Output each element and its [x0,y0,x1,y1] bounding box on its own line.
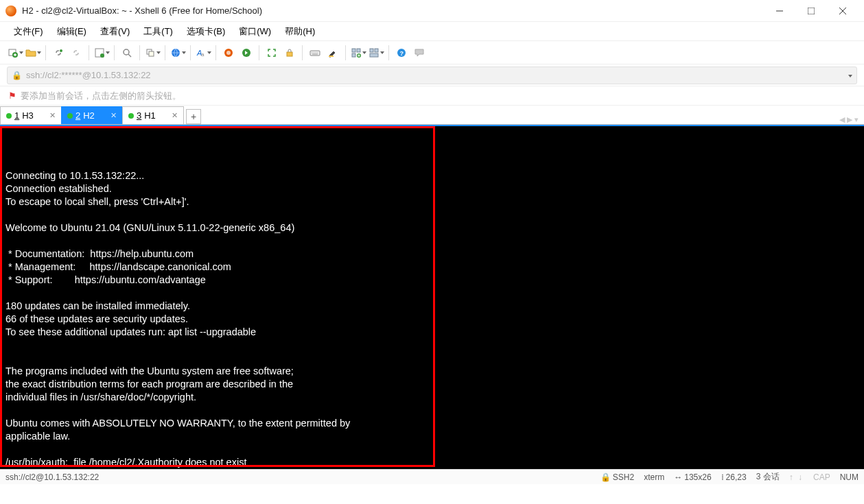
terminal-line: The programs included with the Ubuntu sy… [5,365,859,378]
app-icon [5,5,16,16]
menu-tabs[interactable]: 选项卡(B) [181,23,231,40]
terminal-line: Connection established. [5,182,859,195]
minimize-button[interactable] [764,0,795,22]
terminal-line: Welcome to Ubuntu 21.04 (GNU/Linux 5.11.… [5,221,859,235]
keyboard-icon[interactable] [307,45,323,61]
terminal-line [5,443,859,456]
status-cap: CAP [813,472,830,482]
highlight-icon[interactable] [325,45,341,61]
svg-point-6 [60,49,62,52]
address-dropdown-icon[interactable] [848,70,852,80]
terminal-line: individual files in /usr/share/doc/*/cop… [5,391,859,404]
tab-label: H2 [83,110,95,121]
menu-window[interactable]: 窗口(W) [233,23,277,40]
terminal-line: 66 of these updates are security updates… [5,313,859,326]
tile-add-icon[interactable] [350,45,366,61]
disconnect-icon[interactable] [68,45,84,61]
xshell-logo-icon[interactable] [220,45,237,61]
address-bar: 🔒 ssh://cl2:******@10.1.53.132:22 [0,64,864,86]
tab-close-icon[interactable]: ✕ [109,111,118,120]
toolbar: Aa ? [0,41,864,64]
window-title: H2 - cl2@cl2-VirtualBox: ~ - Xshell 6 (F… [22,5,764,16]
terminal-line [5,235,859,248]
svg-rect-19 [310,51,320,56]
svg-rect-25 [375,49,378,52]
tile-view-icon[interactable] [368,45,384,61]
lock-status-icon: 🔒 [600,472,611,482]
tab-num: 1 [14,110,19,121]
add-tab-button[interactable]: + [186,109,201,124]
address-text: ssh://cl2:******@10.1.53.132:22 [26,70,151,80]
fullscreen-icon[interactable] [264,45,280,61]
svg-rect-20 [352,49,355,52]
lock-icon[interactable] [281,45,298,61]
tab-num: 3 [137,110,141,121]
chat-icon[interactable] [411,45,428,61]
svg-rect-1 [808,8,815,14]
status-bar: ssh://cl2@10.1.53.132:22 🔒SSH2 xterm ↔ 1… [0,469,864,484]
lock-small-icon: 🔒 [12,71,22,80]
menu-edit[interactable]: 编辑(E) [51,23,92,40]
terminal-line [5,287,859,300]
size-icon: ↔ [674,472,682,482]
menu-file[interactable]: 文件(F) [8,23,49,40]
open-session-icon[interactable] [25,45,41,61]
status-pos: 26,23 [726,472,747,482]
terminal-line: applicable law. [5,430,859,443]
terminal-line: 180 updates can be installed immediately… [5,300,859,313]
maximize-button[interactable] [795,0,827,22]
menu-help[interactable]: 帮助(H) [279,23,320,40]
menu-tools[interactable]: 工具(T) [138,23,178,40]
tab-close-icon[interactable]: ✕ [170,111,179,120]
font-icon[interactable]: Aa [195,45,211,61]
svg-rect-18 [287,52,292,56]
svg-rect-11 [149,51,154,56]
tab-label: H3 [22,110,34,121]
svg-text:?: ? [400,50,404,57]
new-session-icon[interactable] [7,45,23,61]
terminal-line: To see these additional updates run: apt… [5,326,859,339]
svg-point-8 [100,53,104,58]
terminal-line: Connecting to 10.1.53.132:22... [5,169,859,182]
xftp-logo-icon[interactable] [238,45,255,61]
status-dot-icon [67,113,73,119]
svg-rect-22 [352,53,355,57]
tab-num: 2 [75,110,80,121]
status-dot-icon [6,113,12,119]
tab-h3[interactable]: 1 H3 ✕ [0,106,62,124]
tab-nav-arrows[interactable]: ◀ ▶ ▾ [839,115,859,124]
title-bar: H2 - cl2@cl2-VirtualBox: ~ - Xshell 6 (F… [0,0,864,22]
svg-rect-24 [370,49,373,52]
status-sessions: 3 会话 [756,471,780,483]
tab-h1[interactable]: 3 H1 ✕ [122,106,184,124]
terminal-line: Ubuntu comes with ABSOLUTELY NO WARRANTY… [5,417,859,430]
status-size: 135x26 [684,472,711,482]
tab-strip: 1 H3 ✕ 2 H2 ✕ 3 H1 ✕ + ◀ ▶ ▾ [0,106,864,125]
search-icon[interactable] [119,45,135,61]
status-connection: ssh://cl2@10.1.53.132:22 [5,472,591,482]
svg-rect-26 [370,53,378,57]
profile-icon[interactable] [93,45,110,61]
tab-h2[interactable]: 2 H2 ✕ [61,106,123,124]
transfer-arrows-icon: ↑ ↓ [789,472,804,482]
svg-rect-21 [357,49,360,52]
terminal-line: * Management: https://landscape.canonica… [5,261,859,274]
copy-icon[interactable] [144,45,161,61]
help-icon[interactable]: ? [393,45,410,61]
svg-text:a: a [201,51,205,58]
menu-view[interactable]: 查看(V) [95,23,135,40]
globe-icon[interactable] [170,45,186,61]
link-icon[interactable] [50,45,67,61]
terminal[interactable]: Connecting to 10.1.53.132:22...Connectio… [0,125,864,469]
pos-icon: ⁞ [721,472,724,482]
address-input[interactable]: 🔒 ssh://cl2:******@10.1.53.132:22 [7,67,857,84]
status-num: NUM [840,472,859,482]
status-term: xterm [644,472,664,482]
flag-icon: ⚑ [8,91,16,101]
terminal-line: * Support: https://ubuntu.com/advantage [5,274,859,287]
close-button[interactable] [827,0,859,22]
tab-close-icon[interactable]: ✕ [48,111,57,120]
terminal-line: /usr/bin/xauth: file /home/cl2/.Xauthori… [5,456,859,469]
terminal-line [5,352,859,365]
menu-bar: 文件(F) 编辑(E) 查看(V) 工具(T) 选项卡(B) 窗口(W) 帮助(… [0,22,864,41]
